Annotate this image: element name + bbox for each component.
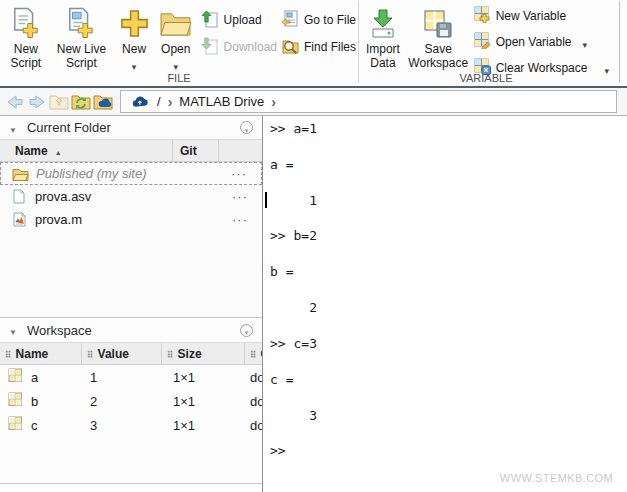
chevron-down-icon — [244, 119, 250, 137]
up-folder-button[interactable] — [48, 91, 70, 113]
column-header-name[interactable]: Name — [0, 343, 82, 364]
chevron-down-icon — [244, 321, 250, 339]
open-label: Open — [161, 42, 190, 56]
workspace-header[interactable]: Workspace — [0, 318, 262, 343]
save-workspace-icon — [423, 5, 453, 42]
upload-icon — [201, 10, 219, 31]
column-git-label: Git — [180, 144, 197, 158]
find-files-label: Find Files — [304, 40, 356, 54]
upload-button[interactable]: Upload — [201, 8, 277, 32]
breadcrumb-chevron-icon — [271, 94, 276, 110]
current-folder-header[interactable]: Current Folder — [0, 116, 262, 140]
file-buttons: New Script New Live Script New — [2, 0, 356, 70]
import-data-label: Import Data — [361, 42, 405, 70]
folder-icon — [10, 167, 30, 181]
column-header-class[interactable]: Class — [245, 343, 262, 364]
find-files-icon — [281, 37, 299, 58]
variable-size: 1×1 — [162, 418, 245, 433]
open-menu-button[interactable]: Open — [155, 0, 197, 66]
variable-grid-icon — [8, 392, 23, 410]
collapse-panel-icon[interactable] — [9, 321, 17, 339]
variable-name: b — [31, 394, 38, 409]
open-variable-button[interactable]: Open Variable — [474, 30, 611, 54]
row-menu-button[interactable]: ··· — [232, 193, 248, 201]
file-transfer-buttons: Upload Download — [201, 0, 277, 62]
breadcrumb-chevron-icon — [168, 94, 173, 110]
breadcrumb-folder[interactable]: MATLAB Drive — [179, 94, 264, 109]
column-value-label: Value — [98, 347, 129, 361]
panel-menu-button[interactable] — [240, 121, 253, 134]
matlab-file-icon — [9, 212, 29, 227]
row-menu-button[interactable]: ··· — [232, 216, 248, 224]
variable-row-c[interactable]: c 3 1×1 double — [0, 413, 262, 437]
new-live-script-label: New Live Script — [50, 42, 114, 70]
new-label: New — [122, 42, 146, 56]
back-button[interactable] — [4, 91, 26, 113]
workspace-title: Workspace — [27, 323, 92, 338]
variable-row-b[interactable]: b 2 1×1 double — [0, 389, 262, 413]
variable-class: double — [245, 370, 262, 385]
variable-value: 2 — [82, 394, 162, 409]
column-header-git[interactable]: Git — [172, 140, 218, 161]
column-header-value[interactable]: Value — [82, 343, 162, 364]
column-grip-icon — [5, 347, 12, 361]
variable-buttons: Import Data Save Workspace New Variable — [361, 0, 611, 70]
download-button[interactable]: Download — [201, 35, 277, 59]
browse-folder-button[interactable] — [70, 91, 92, 113]
navigation-bar: / MATLAB Drive — [0, 88, 627, 116]
save-workspace-button[interactable]: Save Workspace — [405, 0, 472, 70]
column-name-label: Name — [15, 144, 48, 158]
file-list-empty-area — [0, 231, 262, 318]
command-window[interactable]: >> a=1 a = 1 >> b=2 b = 2 >> c=3 c = 3 >… — [262, 116, 627, 492]
workspace-column-header: Name Value Size Class — [0, 343, 262, 365]
current-folder-title: Current Folder — [27, 120, 111, 135]
variable-section-label: VARIABLE — [359, 72, 613, 84]
variable-grid-icon — [8, 368, 23, 386]
new-variable-button[interactable]: New Variable — [474, 4, 611, 28]
new-icon — [119, 5, 150, 42]
file-row-prova-asv[interactable]: prova.asv ··· — [0, 185, 262, 208]
column-grip-icon — [167, 347, 174, 361]
variable-row-a[interactable]: a 1 1×1 double — [0, 365, 262, 389]
column-grip-icon — [87, 347, 94, 361]
drive-folder-button[interactable] — [92, 91, 114, 113]
collapse-panel-icon[interactable] — [9, 119, 17, 137]
variable-class: double — [245, 394, 262, 409]
new-script-icon — [12, 5, 40, 42]
upload-label: Upload — [224, 13, 262, 27]
column-header-size[interactable]: Size — [162, 343, 245, 364]
column-header-name[interactable]: Name — [0, 140, 172, 161]
variable-name: c — [31, 418, 38, 433]
open-icon — [159, 5, 192, 42]
new-live-script-button[interactable]: New Live Script — [50, 0, 114, 70]
go-to-file-button[interactable]: Go to File — [281, 8, 356, 32]
new-script-button[interactable]: New Script — [2, 0, 50, 70]
file-name: prova.asv — [35, 189, 91, 204]
file-row-prova-m[interactable]: prova.m ··· — [0, 208, 262, 231]
toolstrip: New Script New Live Script New — [0, 0, 627, 88]
new-live-script-icon — [67, 5, 95, 42]
column-size-label: Size — [178, 347, 202, 361]
side-panels: Current Folder Name Git Published (my si… — [0, 116, 262, 484]
download-icon — [201, 37, 219, 58]
workspace-variable-list: a 1 1×1 double b 2 1×1 double c 3 1×1 do… — [0, 365, 262, 437]
new-menu-button[interactable]: New — [113, 0, 155, 66]
breadcrumb-root[interactable]: / — [157, 94, 161, 109]
row-menu-button[interactable]: ··· — [231, 170, 247, 178]
download-label: Download — [224, 40, 277, 54]
forward-button[interactable] — [26, 91, 48, 113]
matlab-online-window: New Script New Live Script New — [0, 0, 627, 492]
current-folder-column-header: Name Git — [0, 140, 262, 162]
chevron-down-icon — [582, 37, 587, 47]
find-files-button[interactable]: Find Files — [281, 35, 356, 59]
import-data-button[interactable]: Import Data — [361, 0, 405, 70]
workspace-empty-area — [0, 437, 262, 483]
text-cursor — [265, 192, 267, 208]
open-variable-label: Open Variable — [496, 35, 572, 49]
address-bar[interactable]: / MATLAB Drive — [120, 90, 617, 113]
file-icon — [9, 189, 29, 204]
toolstrip-section-variable: Import Data Save Workspace New Variable — [359, 0, 613, 86]
file-row-published[interactable]: Published (my site) ··· — [0, 162, 262, 185]
panel-menu-button[interactable] — [240, 324, 253, 337]
variable-value: 3 — [82, 418, 162, 433]
